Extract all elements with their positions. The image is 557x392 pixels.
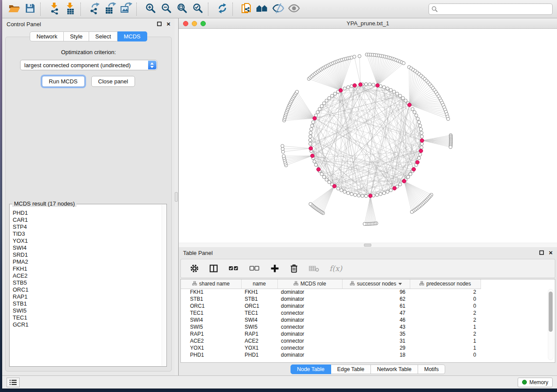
float-panel-icon[interactable] — [539, 250, 544, 255]
cell[interactable]: SWI5 — [241, 323, 277, 330]
graph-node[interactable] — [364, 194, 367, 197]
mcds-result-item[interactable]: FKH1 — [13, 265, 161, 272]
cell[interactable]: connector — [277, 323, 342, 330]
graph-edge[interactable] — [404, 181, 429, 197]
graph-node[interactable] — [410, 210, 413, 213]
graph-node[interactable] — [382, 86, 385, 89]
graph-node[interactable] — [357, 194, 360, 197]
zoom-in-button[interactable] — [143, 2, 159, 17]
cell[interactable]: 0 — [410, 296, 481, 303]
graph-node[interactable] — [309, 135, 312, 138]
cell[interactable]: 0 — [410, 351, 481, 358]
dominator-node[interactable] — [419, 149, 423, 153]
graph-node[interactable] — [401, 96, 405, 100]
graph-node[interactable] — [409, 172, 412, 175]
dominator-node[interactable] — [402, 179, 406, 183]
graph-node[interactable] — [389, 189, 392, 192]
graph-node[interactable] — [308, 138, 311, 141]
graph-node[interactable] — [346, 86, 349, 89]
cell[interactable]: dominator — [277, 296, 342, 303]
dominator-node[interactable] — [359, 83, 363, 86]
cell[interactable]: ORC1 — [181, 303, 241, 309]
duplicate-network-button[interactable] — [239, 2, 255, 17]
graph-node[interactable] — [372, 83, 375, 86]
close-panel-icon[interactable]: × — [166, 22, 170, 26]
cell[interactable]: PHD1 — [241, 351, 277, 358]
graph-node[interactable] — [395, 92, 398, 95]
result-list-scrollbar[interactable] — [162, 205, 166, 366]
graph-node[interactable] — [330, 94, 333, 97]
dominator-node[interactable] — [313, 117, 317, 120]
graph-node[interactable] — [316, 110, 319, 113]
graph-edge[interactable] — [409, 74, 419, 105]
graph-node[interactable] — [325, 178, 328, 181]
graph-edge[interactable] — [319, 186, 334, 211]
graph-edge[interactable] — [371, 55, 377, 85]
cell[interactable]: dominator — [277, 303, 342, 309]
cell[interactable]: 18 — [342, 351, 410, 358]
graph-edge[interactable] — [409, 81, 426, 105]
dominator-node[interactable] — [339, 89, 343, 93]
graph-node[interactable] — [419, 153, 422, 156]
cell[interactable]: 43 — [342, 323, 410, 330]
tab-motifs[interactable]: Motifs — [418, 364, 445, 374]
graph-node[interactable] — [402, 62, 405, 65]
cell[interactable]: connector — [277, 337, 342, 344]
dominator-node[interactable] — [311, 154, 315, 158]
graph-node[interactable] — [340, 189, 343, 192]
cell[interactable]: 47 — [342, 309, 410, 316]
import-network-button[interactable] — [47, 2, 62, 17]
graph-edge[interactable] — [409, 86, 431, 105]
graph-node[interactable] — [398, 183, 401, 186]
mcds-result-item[interactable]: YOX1 — [13, 237, 161, 244]
graph-edge[interactable] — [404, 181, 420, 206]
graph-node[interactable] — [310, 127, 313, 131]
zoom-out-button[interactable] — [159, 2, 174, 17]
graph-edge[interactable] — [297, 92, 315, 118]
optimization-criterion-select[interactable]: largest connected component (undirected) — [20, 60, 157, 70]
cell[interactable]: STB1 — [181, 296, 241, 303]
dominator-node[interactable] — [309, 147, 313, 151]
mcds-result-item[interactable]: TEC1 — [13, 314, 161, 321]
cell[interactable]: 2 — [410, 330, 481, 337]
cell[interactable]: dominator — [277, 316, 342, 323]
graph-edge[interactable] — [377, 60, 396, 86]
table-scrollbar-thumb[interactable] — [549, 292, 553, 332]
refresh-button[interactable] — [214, 2, 230, 17]
table-row[interactable]: PHD1PHD1dominator180 — [181, 351, 481, 358]
mcds-result-item[interactable]: SRD1 — [13, 251, 161, 258]
zoom-fit-button[interactable] — [174, 2, 190, 17]
cell[interactable]: YOX1 — [241, 344, 277, 351]
divider-grip-icon[interactable] — [364, 244, 371, 247]
open-session-button[interactable] — [7, 2, 22, 17]
graph-edge[interactable] — [409, 76, 421, 105]
delete-table-button[interactable] — [308, 264, 320, 273]
network-canvas[interactable] — [179, 29, 557, 243]
close-panel-icon[interactable]: × — [549, 251, 553, 255]
graph-node[interactable] — [328, 96, 331, 100]
mcds-result-item[interactable]: STB5 — [13, 279, 161, 286]
graph-node[interactable] — [418, 120, 421, 124]
dominator-node[interactable] — [420, 139, 424, 143]
graph-node[interactable] — [353, 193, 356, 196]
mcds-result-item[interactable]: ACE2 — [13, 272, 161, 279]
graph-node[interactable] — [418, 156, 421, 159]
mcds-result-item[interactable]: SWI4 — [13, 244, 161, 251]
dominator-node[interactable] — [317, 168, 321, 172]
task-history-button[interactable] — [7, 378, 20, 387]
graph-edge[interactable] — [404, 181, 428, 199]
dominator-node[interactable] — [393, 186, 397, 190]
save-session-button[interactable] — [22, 2, 38, 17]
cell[interactable]: 29 — [342, 344, 410, 351]
graph-node[interactable] — [320, 172, 323, 175]
graph-node[interactable] — [420, 142, 423, 145]
cell[interactable]: RAP1 — [241, 330, 277, 337]
graph-node[interactable] — [361, 194, 364, 197]
graph-edge[interactable] — [317, 186, 335, 210]
window-minimize-icon[interactable] — [192, 21, 197, 26]
vertical-split-divider[interactable] — [175, 18, 179, 375]
graph-node[interactable] — [419, 124, 422, 127]
graph-node[interactable] — [382, 192, 385, 195]
dominator-node[interactable] — [369, 194, 373, 198]
column-header-predecessor-nodes[interactable]: predecessor nodes — [410, 279, 481, 289]
